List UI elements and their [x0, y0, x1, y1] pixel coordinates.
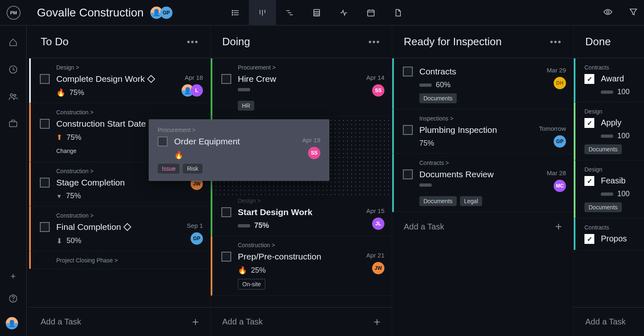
current-user-avatar[interactable]: 👤	[6, 317, 18, 329]
task-checkbox[interactable]	[584, 234, 594, 244]
visibility-icon[interactable]	[603, 8, 613, 18]
avatar-gp[interactable]: GP	[160, 7, 172, 19]
assignee-avatar[interactable]: JL	[372, 218, 384, 230]
task-title: Propos	[601, 234, 640, 243]
task-checkbox[interactable]	[221, 207, 231, 217]
card-breadcrumb: Contracts >	[419, 160, 566, 166]
card-breadcrumb: Design >	[56, 64, 203, 71]
task-checkbox[interactable]	[584, 74, 594, 84]
task-card[interactable]: Contracts Propos	[574, 218, 644, 250]
task-checkbox[interactable]	[221, 74, 231, 84]
add-task-button[interactable]: Add a Task +	[29, 307, 210, 336]
card-breadcrumb: Design	[584, 166, 640, 173]
recent-icon[interactable]	[9, 65, 18, 76]
assignee-avatar[interactable]: DH	[554, 77, 566, 89]
task-card[interactable]: Construction > Prep/Pre-construction 🔥 2…	[211, 236, 392, 296]
task-card[interactable]: Construction > Final Completion ⬆ 50% Se…	[29, 206, 210, 251]
assignee-avatar[interactable]: SS	[308, 147, 320, 159]
task-tag[interactable]: Legal	[460, 196, 482, 206]
assignee-stack[interactable]: 👤 L	[182, 84, 203, 97]
board-view-icon[interactable]	[249, 0, 276, 25]
card-breadcrumb: Contracts	[584, 224, 640, 231]
briefcase-icon[interactable]	[9, 119, 18, 129]
task-checkbox[interactable]	[40, 74, 50, 84]
assignee-avatar[interactable]: JW	[372, 262, 384, 274]
task-card[interactable]: Contracts Award 100	[574, 58, 644, 102]
task-card[interactable]: Contracts 60% Mar 29 DH Documents	[392, 58, 573, 109]
task-card[interactable]: Inspections > Plumbing Inspection 75% To…	[392, 109, 573, 154]
task-tag[interactable]: On-site	[238, 279, 265, 290]
task-tag[interactable]: Documents	[419, 93, 457, 103]
task-date: Tomorrow	[539, 125, 566, 132]
task-card[interactable]: Design Apply 100 Documents	[574, 102, 644, 160]
progress-bar	[601, 192, 613, 196]
task-card[interactable]: Procurement > Hire Crew Apr 14 SS HR	[211, 58, 392, 117]
cards-doing: Procurement > Hire Crew Apr 14 SS HR	[211, 58, 392, 307]
task-date: Mar 28	[547, 169, 566, 176]
column-menu-icon[interactable]: •••	[368, 37, 380, 47]
sheet-view-icon[interactable]	[303, 0, 330, 25]
svg-point-5	[232, 14, 233, 15]
task-checkbox[interactable]	[403, 125, 413, 135]
card-breadcrumb: Construction >	[56, 109, 203, 116]
task-title: Complete Design Work	[56, 74, 182, 84]
task-checkbox[interactable]	[584, 118, 594, 128]
task-tag[interactable]: Documents	[584, 144, 622, 154]
task-tag[interactable]: Change	[56, 146, 80, 156]
assignee-avatar[interactable]: SS	[372, 84, 384, 97]
task-checkbox[interactable]	[403, 169, 413, 179]
card-breadcrumb: Project Closing Phase >	[56, 257, 203, 264]
help-icon[interactable]	[9, 294, 18, 305]
column-title: Doing	[222, 35, 250, 48]
task-tag[interactable]: Issue	[158, 164, 179, 174]
add-icon[interactable]: +	[11, 271, 16, 282]
dragging-task-card[interactable]: Procurement > Order Equipment 🔥 Apr 19 S…	[149, 119, 329, 181]
svg-rect-16	[368, 10, 374, 16]
task-title: Documents Review	[419, 169, 547, 179]
task-date: Apr 15	[366, 207, 384, 214]
gantt-view-icon[interactable]	[276, 0, 303, 25]
add-task-button[interactable]: Add a Task +	[211, 307, 392, 336]
task-title: Order Equipment	[174, 137, 302, 146]
task-card[interactable]: Design > Start Design Work 75% Apr 15	[211, 195, 392, 236]
list-view-icon[interactable]	[222, 0, 249, 25]
task-card[interactable]: Project Closing Phase >	[29, 251, 210, 269]
task-title: Feasib	[601, 176, 640, 185]
task-card[interactable]: Design Feasib 100 Documents	[574, 160, 644, 218]
assignee-avatar[interactable]: MC	[554, 180, 566, 192]
app-logo[interactable]: PM	[7, 6, 21, 20]
task-progress: 60%	[436, 81, 451, 89]
task-tag[interactable]: HR	[238, 101, 254, 111]
progress-bar	[601, 90, 613, 94]
add-task-button[interactable]: Add a Task +	[392, 212, 573, 241]
filter-icon[interactable]	[629, 8, 637, 18]
task-card[interactable]: Design > Complete Design Work 🔥 75% Apr …	[29, 58, 210, 103]
task-checkbox[interactable]	[584, 176, 594, 186]
task-checkbox[interactable]	[40, 119, 50, 129]
task-checkbox[interactable]	[40, 222, 50, 232]
calendar-view-icon[interactable]	[357, 0, 384, 25]
task-date: Apr 18	[185, 74, 203, 81]
project-title[interactable]: Govalle Construction	[37, 6, 144, 19]
task-checkbox[interactable]	[40, 178, 50, 188]
assignee-avatar[interactable]: GP	[191, 232, 203, 245]
activity-view-icon[interactable]	[330, 0, 357, 25]
task-checkbox[interactable]	[403, 67, 413, 76]
file-view-icon[interactable]	[384, 0, 412, 25]
task-checkbox[interactable]	[221, 252, 231, 262]
task-checkbox[interactable]	[158, 137, 168, 146]
assignee-avatar[interactable]: GP	[554, 135, 566, 148]
column-done: Done Contracts Award 100 Design	[574, 25, 644, 336]
task-title: Hire Crew	[238, 74, 366, 84]
column-menu-icon[interactable]: •••	[187, 37, 199, 47]
task-card[interactable]: Contracts > Documents Review Mar 28 MC	[392, 154, 573, 212]
main-body: + 👤 To Do ••• Design > Complete Design W…	[0, 25, 644, 336]
task-tag[interactable]: Risk	[183, 164, 202, 174]
task-tag[interactable]: Documents	[584, 202, 622, 212]
column-menu-icon[interactable]: •••	[550, 37, 562, 47]
team-icon[interactable]	[8, 92, 18, 103]
add-task-button[interactable]: Add a Task	[574, 307, 644, 336]
task-tag[interactable]: Documents	[419, 196, 457, 206]
project-members[interactable]: 👤 GP	[153, 7, 172, 19]
home-icon[interactable]	[9, 38, 18, 49]
